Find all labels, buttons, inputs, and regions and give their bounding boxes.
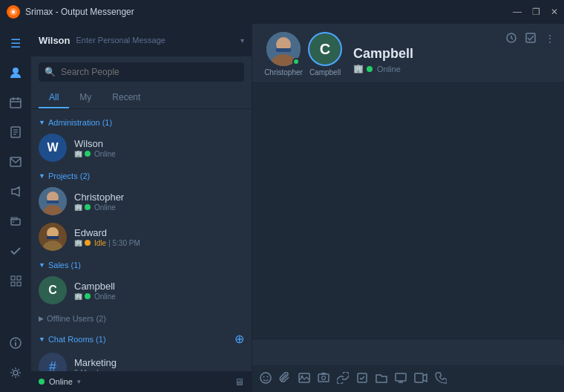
sidebar-item-calendar[interactable] [2,89,29,116]
chevron-down-icon-projects: ▼ [39,172,45,180]
contact-edward[interactable]: Edward 🏢 Idle | 5:30 PM [31,219,252,255]
avatar-initial-campbell-header: C [320,41,330,58]
sidebar-item-notes[interactable] [2,119,29,146]
chevron-down-icon-chatrooms: ▼ [39,336,45,343]
app-body: ☰ [0,24,564,392]
tab-my[interactable]: My [69,88,102,108]
status-chevron-icon[interactable]: ▾ [77,378,81,385]
svg-rect-32 [47,236,59,239]
image-icon[interactable] [298,372,310,386]
maximize-button[interactable]: ❐ [532,7,540,17]
title-bar: Srimax - Output Messenger — ❐ ✕ [0,0,564,24]
chat-avatar-img-campbell: C [308,32,342,66]
chat-header: Christopher C Campbell Campbell 🏢 Online [252,24,564,83]
personal-message[interactable]: Enter Personal Message [76,36,235,45]
group-header-projects[interactable]: ▼ Projects (2) [31,166,252,183]
search-bar: 🔍 [31,56,252,88]
folder-icon[interactable] [376,372,387,386]
window-controls[interactable]: — ❐ ✕ [513,7,558,17]
sidebar-item-grid[interactable] [2,267,29,294]
contact-name-campbell: Campbell [74,281,244,292]
svg-point-2 [12,10,15,13]
screen-share-icon[interactable] [395,372,407,386]
group-header-administration[interactable]: ▼ Administration (1) [31,112,252,130]
more-options-icon[interactable]: ⋮ [545,33,555,45]
contacts-list: ▼ Administration (1) W Wilson 🏢 Online [31,109,252,371]
status-text-christopher: Online [94,203,116,212]
contact-status-edward: 🏢 Idle | 5:30 PM [74,239,244,247]
chat-status-text: Online [377,65,401,74]
chat-toolbar [252,365,564,392]
status-label: Online [49,377,73,386]
status-dot-online [85,151,91,157]
icon-sidebar: ☰ [0,24,31,392]
link-icon[interactable] [337,372,349,386]
left-panel: Wilson Enter Personal Message ▾ 🔍 All My… [31,24,252,392]
svg-rect-17 [11,276,15,280]
svg-rect-51 [415,373,423,382]
check-icon[interactable] [525,33,536,45]
chat-avatar-campbell[interactable]: C Campbell [306,32,344,76]
group-label-offline: Offline Users (2) [47,314,106,323]
contact-status-wilson: 🏢 Online [74,150,244,158]
monitor-icon: 🖥 [235,376,244,388]
sidebar-item-broadcast[interactable] [2,178,29,205]
building-icon-christopher: 🏢 [74,203,82,211]
task-icon[interactable] [356,372,368,386]
history-icon[interactable] [506,33,517,45]
sidebar-item-settings[interactable] [2,359,29,386]
avatar-campbell: C [39,276,67,304]
attachment-icon[interactable] [279,372,291,386]
sidebar-item-mail[interactable] [2,148,29,175]
screenshot-icon[interactable] [318,372,329,386]
bottom-status-bar: Online ▾ 🖥 [31,371,252,392]
video-call-icon[interactable] [414,373,427,385]
sidebar-item-info[interactable] [2,330,29,356]
status-dot-chat [367,66,373,72]
svg-marker-13 [12,187,19,196]
emoji-icon[interactable] [260,372,272,386]
chat-avatar-label-campbell: Campbell [309,68,341,76]
group-label-projects: Projects (2) [48,172,90,180]
avatar-initial-wilson: W [47,141,58,154]
group-label-chatrooms: Chat Rooms (1) [48,335,106,344]
group-label-administration: Administration (1) [48,118,112,127]
sidebar-bottom-icons [2,330,29,392]
idle-time-edward: | 5:30 PM [108,239,140,247]
sidebar-item-hamburger[interactable]: ☰ [2,30,29,56]
minimize-button[interactable]: — [513,7,522,17]
search-icon: 🔍 [45,67,56,77]
avatar-marketing: # [39,353,67,371]
chat-text-input[interactable] [261,347,555,358]
svg-rect-18 [17,276,21,280]
sidebar-item-tasks[interactable] [2,238,29,264]
room-name-marketing: Marketing [74,357,244,368]
svg-point-40 [263,376,265,377]
tab-all[interactable]: All [39,88,69,108]
add-room-button[interactable]: ⊕ [235,332,244,346]
sidebar-item-drive[interactable] [2,208,29,235]
svg-rect-44 [318,374,329,382]
search-input[interactable] [39,62,244,82]
chat-avatar-christopher[interactable]: Christopher [264,32,303,76]
tab-recent[interactable]: Recent [102,88,151,108]
online-status-indicator [39,379,45,385]
svg-rect-4 [10,99,21,108]
contact-campbell[interactable]: C Campbell 🏢 Online [31,272,252,308]
status-dot-campbell [85,293,91,299]
contact-christopher[interactable]: Christopher 🏢 Online [31,183,252,219]
dropdown-arrow-icon[interactable]: ▾ [240,36,244,45]
room-marketing[interactable]: # Marketing 5 Members [31,349,252,371]
group-header-offline[interactable]: ▶ Offline Users (2) [31,308,252,326]
group-header-chatrooms[interactable]: ▼ Chat Rooms (1) ⊕ [31,326,252,349]
sidebar-item-contacts[interactable] [2,59,29,86]
group-header-sales[interactable]: ▼ Sales (1) [31,255,252,272]
contact-info-edward: Edward 🏢 Idle | 5:30 PM [74,227,244,247]
tabs: All My Recent [31,88,252,109]
status-text-wilson: Online [94,150,116,158]
chat-messages [252,83,564,339]
contact-wilson[interactable]: W Wilson 🏢 Online [31,130,252,166]
status-dot-christopher [85,204,91,210]
audio-call-icon[interactable] [435,372,447,386]
close-button[interactable]: ✕ [551,7,558,17]
